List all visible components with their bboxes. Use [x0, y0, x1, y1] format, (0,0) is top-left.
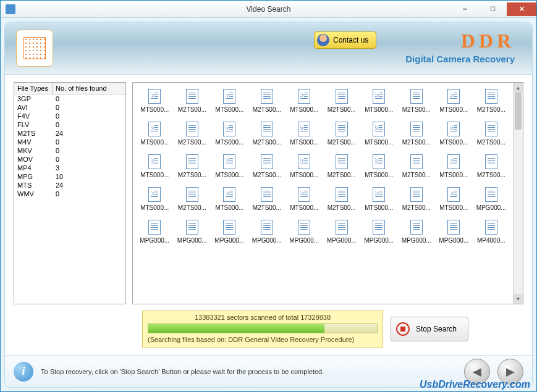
- table-row[interactable]: MKV0: [14, 146, 125, 155]
- file-item[interactable]: MTS000...: [286, 89, 323, 113]
- file-item[interactable]: M2TS00...: [399, 187, 435, 211]
- file-item[interactable]: M2TS00...: [174, 187, 211, 211]
- video-file-icon: [373, 154, 385, 169]
- vertical-scrollbar[interactable]: ▲ ▼: [513, 83, 523, 304]
- file-item[interactable]: M2TS00...: [399, 154, 435, 178]
- type-cell: M4V: [14, 138, 53, 146]
- file-item[interactable]: M2TS00...: [324, 187, 360, 211]
- table-row[interactable]: MP43: [14, 164, 125, 172]
- scroll-thumb[interactable]: [515, 93, 522, 130]
- file-item[interactable]: MPG000...: [399, 220, 435, 244]
- video-file-icon: [298, 122, 310, 136]
- col-files-found[interactable]: No. of files found: [53, 83, 125, 94]
- file-item[interactable]: MTS000...: [211, 122, 248, 146]
- file-item[interactable]: MTS000...: [361, 154, 397, 178]
- file-item-label: MTS000...: [439, 172, 468, 178]
- file-item[interactable]: M2TS00...: [473, 154, 510, 178]
- table-row[interactable]: F4V0: [14, 112, 125, 120]
- file-item[interactable]: MPG000...: [211, 220, 248, 244]
- results-grid: MTS000...M2TS00...MTS000...M2TS00...MTS0…: [137, 89, 509, 244]
- file-item-label: MTS000...: [365, 172, 393, 178]
- file-item[interactable]: MPG000...: [137, 220, 173, 244]
- file-item[interactable]: M2TS00...: [324, 122, 360, 146]
- file-item[interactable]: MTS000...: [286, 122, 323, 146]
- file-item-label: MTS000...: [215, 204, 243, 211]
- col-file-types[interactable]: File Types: [14, 83, 53, 94]
- file-item[interactable]: MPG000...: [436, 220, 472, 244]
- file-item[interactable]: M2TS00...: [473, 89, 510, 113]
- file-item[interactable]: M2TS00...: [473, 122, 510, 146]
- file-item[interactable]: M2TS00...: [399, 122, 435, 146]
- file-item-label: M2TS00...: [328, 106, 356, 113]
- file-item[interactable]: MTS000...: [137, 89, 173, 113]
- scroll-down-icon[interactable]: ▼: [514, 294, 523, 304]
- file-item[interactable]: MTS000...: [211, 154, 248, 178]
- file-item-label: MTS000...: [215, 172, 243, 178]
- file-item[interactable]: M2TS00...: [249, 122, 285, 146]
- table-row[interactable]: 3GP0: [14, 94, 125, 103]
- table-row[interactable]: M4V0: [14, 138, 125, 146]
- file-item[interactable]: MPG000...: [473, 187, 510, 211]
- file-item[interactable]: MPG000...: [361, 220, 397, 244]
- file-item[interactable]: M2TS00...: [249, 154, 285, 178]
- table-row[interactable]: MOV0: [14, 155, 125, 164]
- file-item-label: M2TS00...: [402, 204, 431, 211]
- file-item[interactable]: MTS000...: [137, 122, 173, 146]
- file-item[interactable]: MTS000...: [211, 89, 248, 113]
- stop-search-button[interactable]: Stop Search: [391, 317, 468, 341]
- file-item[interactable]: MTS000...: [436, 122, 472, 146]
- file-item[interactable]: MTS000...: [361, 187, 397, 211]
- file-item[interactable]: MPG000...: [174, 220, 211, 244]
- file-item[interactable]: M2TS00...: [174, 154, 211, 178]
- file-item[interactable]: M2TS00...: [324, 154, 360, 178]
- file-item[interactable]: MPG000...: [286, 220, 323, 244]
- maximize-button[interactable]: [479, 2, 507, 16]
- video-file-icon: [485, 122, 497, 136]
- file-item[interactable]: M2TS00...: [174, 89, 211, 113]
- video-file-icon: [148, 220, 161, 235]
- file-item[interactable]: M2TS00...: [324, 89, 360, 113]
- file-item[interactable]: MPG000...: [249, 220, 285, 244]
- minimize-button[interactable]: [451, 2, 479, 16]
- file-item[interactable]: MTS000...: [286, 187, 323, 211]
- file-item[interactable]: MTS000...: [361, 89, 397, 113]
- file-item[interactable]: MTS000...: [436, 187, 472, 211]
- table-row[interactable]: AVI0: [14, 103, 125, 112]
- video-file-icon: [336, 187, 348, 202]
- video-file-icon: [223, 154, 235, 169]
- video-file-icon: [410, 154, 423, 169]
- file-item[interactable]: M2TS00...: [174, 122, 211, 146]
- file-item[interactable]: M2TS00...: [249, 89, 285, 113]
- table-row[interactable]: WMV0: [14, 190, 125, 198]
- file-item[interactable]: MP4000...: [473, 220, 510, 244]
- table-row[interactable]: MTS24: [14, 181, 125, 190]
- video-file-icon: [447, 122, 460, 136]
- brand-subtitle: Digital Camera Recovery: [405, 54, 515, 64]
- file-item-label: MPG000...: [177, 237, 207, 244]
- count-cell: 0: [53, 112, 125, 120]
- video-file-icon: [447, 220, 460, 235]
- table-row[interactable]: MPG10: [14, 172, 125, 181]
- video-file-icon: [148, 154, 161, 169]
- file-item[interactable]: MPG000...: [324, 220, 360, 244]
- contact-us-button[interactable]: Contact us: [314, 31, 376, 49]
- file-item[interactable]: MTS000...: [436, 154, 472, 178]
- brand-link[interactable]: UsbDriveRecovery.com: [420, 379, 530, 390]
- table-row[interactable]: M2TS24: [14, 129, 125, 138]
- file-item-label: M2TS00...: [253, 172, 281, 178]
- scroll-up-icon[interactable]: ▲: [514, 83, 523, 93]
- table-row[interactable]: FLV0: [14, 120, 125, 129]
- file-item-label: MTS000...: [215, 139, 243, 146]
- file-item[interactable]: MTS000...: [211, 187, 248, 211]
- video-file-icon: [447, 89, 460, 104]
- file-item[interactable]: M2TS00...: [249, 187, 285, 211]
- file-item[interactable]: MTS000...: [286, 154, 323, 178]
- file-item[interactable]: MTS000...: [436, 89, 472, 113]
- file-item[interactable]: MTS000...: [361, 122, 397, 146]
- type-cell: AVI: [14, 103, 53, 112]
- file-item[interactable]: MTS000...: [137, 187, 173, 211]
- file-item[interactable]: M2TS00...: [399, 89, 435, 113]
- file-item[interactable]: MTS000...: [137, 154, 173, 178]
- close-button[interactable]: [507, 2, 536, 16]
- type-cell: MOV: [14, 155, 53, 164]
